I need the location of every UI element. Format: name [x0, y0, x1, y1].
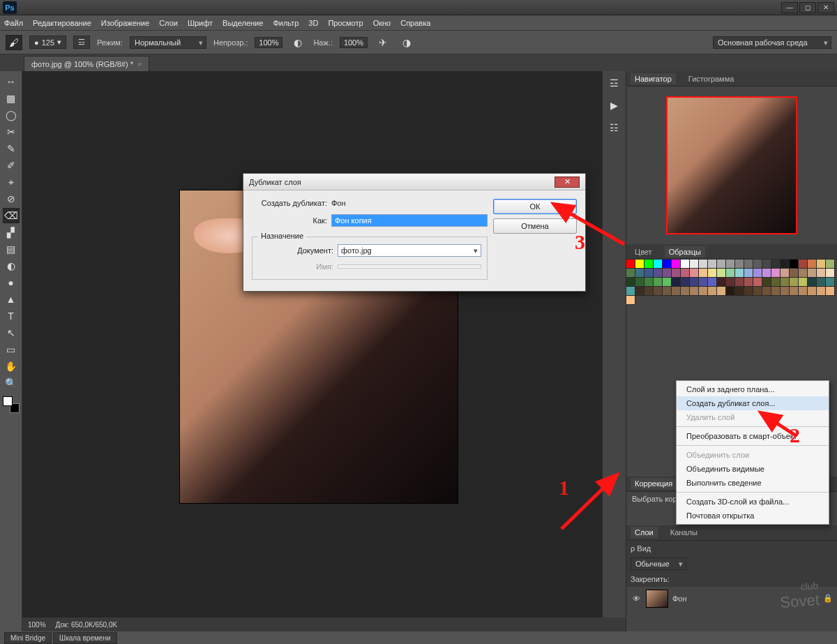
- tab-color[interactable]: Цвет: [631, 246, 656, 257]
- actions-icon[interactable]: ▶: [606, 98, 623, 113]
- close-icon[interactable]: ✕: [817, 2, 834, 13]
- menu-выделение[interactable]: Выделение: [223, 19, 263, 27]
- swatch[interactable]: [744, 269, 753, 278]
- tab-navigator[interactable]: Навигатор: [631, 73, 676, 84]
- swatch[interactable]: [762, 260, 771, 269]
- swatch[interactable]: [699, 278, 708, 287]
- swatch[interactable]: [626, 260, 635, 269]
- swatch[interactable]: [753, 260, 762, 269]
- swatch[interactable]: [753, 287, 762, 296]
- swatch[interactable]: [726, 278, 735, 287]
- swatch[interactable]: [799, 260, 808, 269]
- swatch[interactable]: [644, 287, 654, 296]
- swatch[interactable]: [654, 287, 663, 296]
- history-icon[interactable]: ☲: [606, 75, 623, 91]
- swatch[interactable]: [817, 269, 826, 278]
- swatch[interactable]: [663, 269, 672, 278]
- opacity-input[interactable]: 100%: [255, 37, 282, 48]
- swatch[interactable]: [635, 278, 644, 287]
- tab-histogram[interactable]: Гистограмма: [684, 73, 739, 84]
- dup-as-input[interactable]: Фон копия: [331, 214, 488, 227]
- brush-tool-icon[interactable]: 🖌: [6, 35, 22, 50]
- brush-panel-icon[interactable]: ☲: [73, 36, 90, 49]
- swatch[interactable]: [681, 287, 690, 296]
- swatch[interactable]: [790, 260, 799, 269]
- context-menu-item[interactable]: Создать 3D-слой из файла...: [677, 495, 829, 509]
- swatch[interactable]: [672, 260, 681, 269]
- document-tab[interactable]: фото.jpg @ 100% (RGB/8#) * ×: [24, 56, 149, 71]
- tool-13[interactable]: ▲: [3, 292, 20, 307]
- tool-8[interactable]: ⌫: [3, 208, 20, 223]
- menu-3d[interactable]: 3D: [308, 19, 318, 27]
- swatch[interactable]: [690, 269, 699, 278]
- swatch[interactable]: [681, 269, 690, 278]
- tool-5[interactable]: ✐: [3, 158, 20, 173]
- tab-mini-bridge[interactable]: Mini Bridge: [4, 632, 52, 644]
- swatch[interactable]: [762, 278, 771, 287]
- layer-thumbnail[interactable]: [646, 590, 668, 608]
- swatch[interactable]: [726, 287, 735, 296]
- menu-справка[interactable]: Справка: [400, 19, 430, 27]
- tool-12[interactable]: ●: [3, 275, 20, 290]
- swatch[interactable]: [626, 278, 635, 287]
- tab-layers[interactable]: Слои: [631, 527, 658, 538]
- close-tab-icon[interactable]: ×: [137, 60, 142, 68]
- menu-слои[interactable]: Слои: [159, 19, 178, 27]
- swatch[interactable]: [744, 287, 753, 296]
- tab-swatches[interactable]: Образцы: [665, 246, 705, 257]
- zoom-value[interactable]: 100%: [28, 621, 46, 629]
- tool-2[interactable]: ◯: [3, 107, 20, 123]
- tool-4[interactable]: ✎: [3, 141, 20, 156]
- menu-редактирование[interactable]: Редактирование: [33, 19, 91, 27]
- swatch[interactable]: [771, 269, 781, 278]
- menu-изображение[interactable]: Изображение: [101, 19, 149, 27]
- swatch[interactable]: [654, 278, 663, 287]
- swatch[interactable]: [744, 260, 753, 269]
- dialog-close-icon[interactable]: ✕: [555, 177, 580, 188]
- swatch[interactable]: [644, 260, 654, 269]
- tab-adjustments[interactable]: Коррекция: [631, 478, 677, 489]
- swatch[interactable]: [781, 269, 790, 278]
- swatch[interactable]: [690, 278, 699, 287]
- tool-16[interactable]: ▭: [3, 342, 20, 357]
- menu-фильтр[interactable]: Фильтр: [273, 19, 299, 27]
- swatch[interactable]: [708, 278, 717, 287]
- context-menu-item[interactable]: Объединить видимые: [677, 462, 829, 476]
- ok-button[interactable]: ОК: [493, 199, 577, 214]
- tool-0[interactable]: ↔: [3, 74, 20, 89]
- swatch[interactable]: [826, 287, 835, 296]
- tool-6[interactable]: ⌖: [3, 174, 20, 190]
- tool-10[interactable]: ▤: [3, 241, 20, 257]
- swatch[interactable]: [699, 260, 708, 269]
- swatch[interactable]: [672, 269, 681, 278]
- swatch[interactable]: [799, 278, 808, 287]
- swatch[interactable]: [808, 287, 817, 296]
- swatch[interactable]: [817, 260, 826, 269]
- swatch[interactable]: [771, 287, 781, 296]
- swatch[interactable]: [826, 278, 835, 287]
- tool-9[interactable]: ▞: [3, 225, 20, 240]
- swatch[interactable]: [663, 287, 672, 296]
- swatch[interactable]: [717, 278, 726, 287]
- context-menu-item[interactable]: Слой из заднего плана...: [677, 382, 829, 396]
- swatch[interactable]: [681, 278, 690, 287]
- maximize-icon[interactable]: ◻: [799, 2, 816, 13]
- swatch[interactable]: [654, 260, 663, 269]
- swatch[interactable]: [644, 269, 654, 278]
- canvas-area[interactable]: [22, 71, 602, 631]
- swatch[interactable]: [808, 260, 817, 269]
- swatch[interactable]: [717, 287, 726, 296]
- context-menu-item[interactable]: Преобразовать в смарт-объект: [677, 429, 829, 443]
- minimize-icon[interactable]: —: [781, 2, 798, 13]
- swatch[interactable]: [799, 269, 808, 278]
- tool-17[interactable]: ✋: [3, 359, 20, 374]
- blend-mode-select[interactable]: Нормальный: [130, 36, 206, 49]
- swatch[interactable]: [626, 287, 635, 296]
- pressure-size-icon[interactable]: ◑: [398, 35, 415, 50]
- swatch[interactable]: [690, 287, 699, 296]
- pressure-opacity-icon[interactable]: ◐: [289, 35, 306, 50]
- swatch[interactable]: [717, 260, 726, 269]
- swatch[interactable]: [790, 287, 799, 296]
- flow-input[interactable]: 100%: [340, 37, 368, 48]
- tool-14[interactable]: T: [3, 308, 20, 324]
